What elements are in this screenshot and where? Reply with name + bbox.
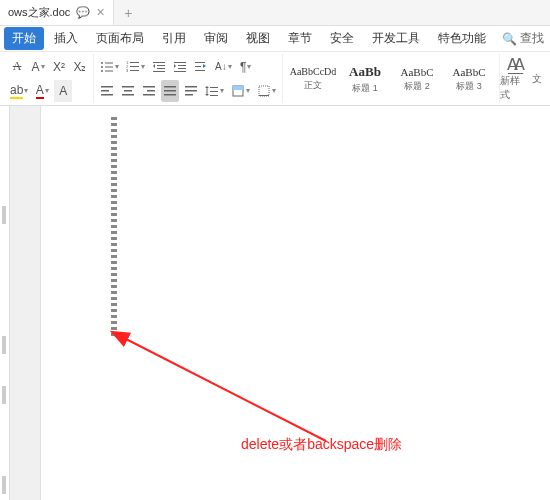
document-tab[interactable]: ows之家.doc 💬 ✕ bbox=[0, 0, 114, 25]
svg-rect-35 bbox=[164, 86, 176, 88]
style-heading2[interactable]: AaBbC 标题 2 bbox=[391, 54, 443, 104]
menu-security[interactable]: 安全 bbox=[322, 27, 362, 50]
styles-gallery: AaBbCcDd 正文 AaBb 标题 1 AaBbC 标题 2 AaBbC 标… bbox=[283, 54, 500, 103]
menu-insert[interactable]: 插入 bbox=[46, 27, 86, 50]
svg-rect-32 bbox=[143, 86, 155, 88]
new-style-label: 新样式 bbox=[500, 74, 528, 102]
panel-handle[interactable] bbox=[2, 206, 6, 224]
style-label: 标题 3 bbox=[456, 80, 482, 93]
style-preview: AaBb bbox=[349, 64, 381, 80]
menu-start[interactable]: 开始 bbox=[4, 27, 44, 50]
style-label: 正文 bbox=[304, 79, 322, 92]
indent-increase-button[interactable] bbox=[171, 56, 189, 78]
svg-rect-27 bbox=[101, 90, 109, 92]
style-label: 标题 2 bbox=[404, 80, 430, 93]
menu-sections[interactable]: 章节 bbox=[280, 27, 320, 50]
strikethrough-button[interactable]: A bbox=[8, 56, 26, 78]
svg-point-2 bbox=[101, 66, 103, 68]
numbering-button[interactable]: 123▾ bbox=[124, 56, 147, 78]
annotation-text: delete或者backspace删除 bbox=[241, 436, 402, 454]
style-heading3[interactable]: AaBbC 标题 3 bbox=[443, 54, 495, 104]
svg-rect-42 bbox=[207, 88, 208, 94]
borders-button[interactable]: ▾ bbox=[255, 80, 278, 102]
align-left-button[interactable] bbox=[98, 80, 116, 102]
svg-rect-50 bbox=[259, 95, 269, 96]
menu-view[interactable]: 视图 bbox=[238, 27, 278, 50]
svg-marker-43 bbox=[205, 94, 209, 96]
svg-rect-25 bbox=[195, 70, 205, 71]
svg-rect-17 bbox=[174, 62, 186, 63]
svg-text:3: 3 bbox=[126, 68, 129, 73]
font-effect-button[interactable]: A▾ bbox=[29, 56, 47, 78]
paragraph-group: ▾ 123▾ A↓▾ ¶▾ bbox=[94, 54, 283, 103]
menu-page-layout[interactable]: 页面布局 bbox=[88, 27, 152, 50]
svg-marker-24 bbox=[203, 64, 206, 68]
menu-bar: 开始 插入 页面布局 引用 审阅 视图 章节 安全 开发工具 特色功能 🔍 查找 bbox=[0, 26, 550, 52]
svg-line-52 bbox=[124, 338, 326, 441]
style-preview: AaBbCcDd bbox=[290, 66, 337, 77]
indent-decrease-button[interactable] bbox=[150, 56, 168, 78]
show-marks-button[interactable]: ¶▾ bbox=[237, 56, 255, 78]
style-heading1[interactable]: AaBb 标题 1 bbox=[339, 54, 391, 104]
more-group: 文 bbox=[528, 54, 546, 103]
char-shading-button[interactable]: A bbox=[54, 80, 72, 102]
svg-point-0 bbox=[101, 62, 103, 64]
superscript-button[interactable]: X² bbox=[50, 56, 68, 78]
menu-features[interactable]: 特色功能 bbox=[430, 27, 494, 50]
svg-rect-44 bbox=[210, 87, 218, 88]
svg-rect-38 bbox=[185, 86, 197, 88]
close-icon[interactable]: ✕ bbox=[96, 6, 105, 19]
style-preview: AaBbC bbox=[453, 66, 486, 78]
svg-rect-48 bbox=[233, 86, 243, 90]
tab-button[interactable] bbox=[192, 56, 210, 78]
panel-handle[interactable] bbox=[2, 336, 6, 354]
svg-rect-39 bbox=[185, 90, 197, 92]
svg-rect-12 bbox=[153, 62, 165, 63]
chat-icon[interactable]: 💬 bbox=[76, 6, 90, 19]
svg-rect-49 bbox=[259, 86, 269, 96]
svg-rect-31 bbox=[122, 94, 134, 96]
svg-rect-33 bbox=[147, 90, 155, 92]
sort-button[interactable]: A↓▾ bbox=[213, 56, 234, 78]
svg-rect-13 bbox=[157, 65, 165, 66]
align-center-button[interactable] bbox=[119, 80, 137, 102]
font-group: A A▾ X² X₂ ab▾ A▾ A bbox=[4, 54, 94, 103]
menu-dev-tools[interactable]: 开发工具 bbox=[364, 27, 428, 50]
style-label: 标题 1 bbox=[352, 82, 378, 95]
shading-button[interactable]: ▾ bbox=[229, 80, 252, 102]
align-justify-button[interactable] bbox=[161, 80, 179, 102]
highlight-button[interactable]: ab▾ bbox=[8, 80, 30, 102]
align-distribute-button[interactable] bbox=[182, 80, 200, 102]
svg-rect-34 bbox=[143, 94, 155, 96]
svg-rect-22 bbox=[195, 62, 205, 63]
svg-rect-36 bbox=[164, 90, 176, 92]
svg-rect-21 bbox=[174, 71, 186, 72]
align-right-button[interactable] bbox=[140, 80, 158, 102]
menu-review[interactable]: 审阅 bbox=[196, 27, 236, 50]
svg-rect-9 bbox=[130, 66, 139, 67]
new-tab-button[interactable]: + bbox=[114, 5, 142, 21]
svg-rect-28 bbox=[101, 94, 113, 96]
panel-handle[interactable] bbox=[2, 476, 6, 494]
new-style-button[interactable]: A̲A̲ 新样式 bbox=[500, 54, 528, 103]
line-spacing-button[interactable]: ▾ bbox=[203, 80, 226, 102]
search-icon: 🔍 bbox=[502, 32, 517, 46]
font-color-button[interactable]: A▾ bbox=[33, 80, 51, 102]
search-group[interactable]: 🔍 查找 bbox=[502, 30, 544, 47]
side-panel bbox=[0, 106, 10, 500]
page-break-indicator bbox=[111, 116, 117, 336]
svg-rect-15 bbox=[157, 68, 165, 69]
style-normal[interactable]: AaBbCcDd 正文 bbox=[287, 54, 339, 104]
menu-references[interactable]: 引用 bbox=[154, 27, 194, 50]
svg-point-4 bbox=[101, 70, 103, 72]
new-style-icon: A̲A̲ bbox=[507, 55, 521, 74]
svg-rect-1 bbox=[105, 62, 113, 63]
svg-rect-16 bbox=[153, 71, 165, 72]
tab-title: ows之家.doc bbox=[8, 5, 70, 20]
svg-rect-45 bbox=[210, 91, 218, 92]
svg-rect-20 bbox=[178, 68, 186, 69]
subscript-button[interactable]: X₂ bbox=[71, 56, 89, 78]
document-area[interactable]: delete或者backspace删除 bbox=[40, 106, 550, 500]
panel-handle[interactable] bbox=[2, 386, 6, 404]
bullets-button[interactable]: ▾ bbox=[98, 56, 121, 78]
